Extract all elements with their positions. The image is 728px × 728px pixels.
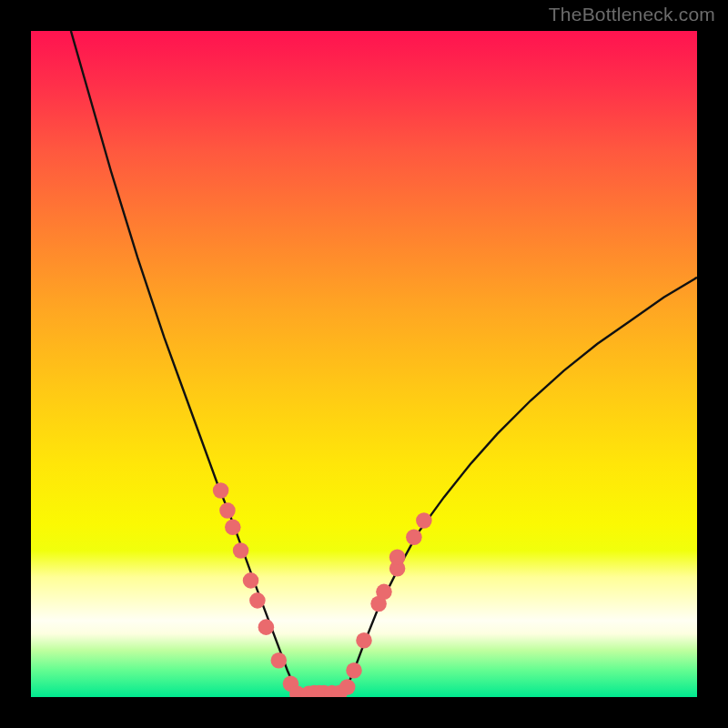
sample-dot	[225, 520, 241, 536]
sample-dot	[406, 530, 422, 546]
curve-layer	[31, 31, 697, 697]
sample-dot	[339, 679, 356, 695]
sample-dot	[346, 662, 362, 679]
sample-dots	[213, 482, 432, 697]
sample-dot	[271, 652, 288, 669]
sample-dot	[249, 592, 266, 609]
sample-dot	[219, 502, 236, 519]
sample-dot	[213, 482, 229, 499]
plot-area	[31, 31, 697, 697]
sample-dot	[376, 584, 392, 601]
sample-dot	[416, 512, 432, 529]
sample-dot	[243, 572, 259, 589]
sample-dot	[356, 632, 372, 649]
chart-container: TheBottleneck.com	[0, 0, 728, 728]
sample-dot	[233, 542, 249, 559]
sample-dot	[389, 550, 406, 566]
watermark-text: TheBottleneck.com	[549, 4, 715, 25]
sample-dot	[258, 619, 275, 635]
